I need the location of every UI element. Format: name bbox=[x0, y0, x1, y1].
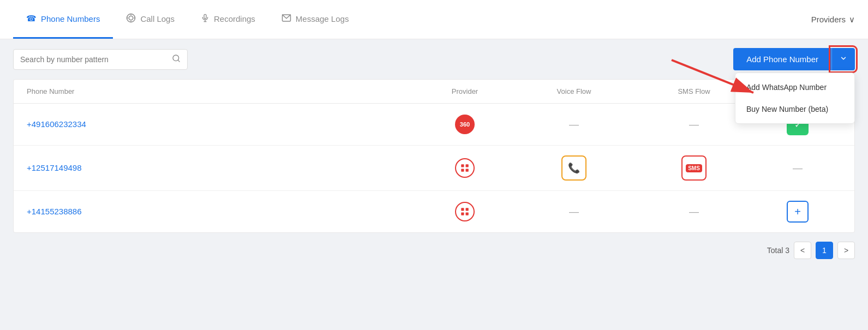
grid-icon bbox=[460, 207, 470, 217]
phone-icon: ☎ bbox=[26, 14, 37, 23]
tab-message-logs[interactable]: Message Logs bbox=[268, 0, 362, 39]
svg-rect-21 bbox=[466, 213, 469, 215]
message-icon bbox=[282, 13, 291, 25]
add-phone-number-button[interactable]: Add Phone Number bbox=[733, 48, 831, 70]
col-provider: Provider bbox=[416, 87, 514, 95]
phone-numbers-table: Phone Number Provider Voice Flow SMS Flo… bbox=[13, 79, 855, 233]
svg-point-3 bbox=[129, 16, 134, 20]
toolbar: Add Phone Number Add WhatsApp Number Buy… bbox=[0, 39, 868, 79]
table-row: +491606232334 360 — — ✓ bbox=[14, 104, 854, 146]
tab-message-logs-label: Message Logs bbox=[296, 14, 349, 23]
page-1-button[interactable]: 1 bbox=[816, 242, 833, 259]
call-logs-icon bbox=[126, 13, 136, 25]
table-header: Phone Number Provider Voice Flow SMS Flo… bbox=[14, 80, 854, 104]
provider-cell bbox=[416, 202, 514, 221]
microphone-icon bbox=[201, 13, 209, 25]
grid-icon bbox=[460, 163, 470, 173]
table-row: +12517149498 📞 SMS — bbox=[14, 146, 854, 191]
add-dropdown-menu: Add WhatsApp Number Buy New Number (beta… bbox=[735, 73, 855, 124]
tab-call-logs[interactable]: Call Logs bbox=[113, 0, 188, 39]
tab-recordings-label: Recordings bbox=[214, 14, 255, 23]
buy-new-number-item[interactable]: Buy New Number (beta) bbox=[735, 98, 854, 120]
tab-recordings[interactable]: Recordings bbox=[188, 0, 268, 39]
phone-link[interactable]: +14155238886 bbox=[27, 207, 82, 216]
chevron-down-icon bbox=[840, 55, 847, 62]
svg-rect-20 bbox=[461, 213, 464, 215]
total-count: Total 3 bbox=[767, 246, 789, 255]
col-phone-number: Phone Number bbox=[27, 87, 416, 95]
tab-phone-numbers[interactable]: ☎ Phone Numbers bbox=[13, 0, 113, 39]
add-whatsapp-item[interactable]: Add WhatsApp Number bbox=[735, 76, 854, 98]
provider-cell bbox=[416, 158, 514, 178]
table-row: +14155238886 — — + bbox=[14, 191, 854, 232]
voice-flow-cell: 📞 bbox=[514, 155, 634, 181]
dash-icon: — bbox=[689, 206, 699, 218]
dash-icon: — bbox=[689, 119, 699, 130]
add-flow-button[interactable]: + bbox=[787, 201, 809, 223]
voice-flow-cell: — bbox=[514, 206, 634, 218]
provider-360-badge: 360 bbox=[455, 115, 475, 134]
nav-bar: ☎ Phone Numbers Call Logs bbox=[0, 0, 868, 39]
tab-phone-numbers-label: Phone Numbers bbox=[41, 14, 100, 23]
dash-icon: — bbox=[569, 119, 579, 130]
action-cell: + bbox=[754, 201, 841, 223]
voice-flow-badge[interactable]: 📞 bbox=[561, 155, 586, 181]
search-input[interactable] bbox=[20, 55, 167, 64]
nav-tabs: ☎ Phone Numbers Call Logs bbox=[13, 0, 362, 39]
svg-rect-8 bbox=[204, 14, 206, 19]
svg-rect-16 bbox=[461, 169, 464, 172]
provider-grid-badge bbox=[455, 202, 475, 221]
provider-grid-badge bbox=[455, 158, 475, 178]
dash-icon: — bbox=[569, 206, 579, 218]
sms-icon: SMS bbox=[686, 164, 702, 172]
phone-number-cell: +14155238886 bbox=[27, 207, 416, 217]
col-voice-flow: Voice Flow bbox=[514, 87, 634, 95]
action-cell: — bbox=[754, 163, 841, 174]
svg-line-13 bbox=[178, 60, 179, 62]
svg-rect-18 bbox=[461, 208, 464, 211]
search-box[interactable] bbox=[13, 49, 188, 70]
svg-rect-15 bbox=[466, 164, 469, 167]
pagination: Total 3 < 1 > bbox=[0, 233, 868, 268]
provider-cell: 360 bbox=[416, 115, 514, 134]
voice-flow-cell: — bbox=[514, 119, 634, 130]
sms-flow-badge[interactable]: SMS bbox=[681, 155, 707, 181]
phone-number-cell: +12517149498 bbox=[27, 163, 416, 173]
add-dropdown-button[interactable] bbox=[831, 48, 855, 70]
add-phone-number-group: Add Phone Number Add WhatsApp Number Buy… bbox=[733, 48, 855, 70]
sms-flow-cell: — bbox=[634, 206, 754, 218]
sms-flow-cell: SMS bbox=[634, 155, 754, 181]
prev-page-button[interactable]: < bbox=[794, 242, 811, 259]
svg-rect-14 bbox=[461, 164, 464, 167]
search-icon bbox=[172, 54, 181, 65]
dash-icon: — bbox=[793, 163, 803, 174]
phone-number-cell: +491606232334 bbox=[27, 119, 416, 129]
providers-menu[interactable]: Providers ∨ bbox=[811, 15, 855, 25]
phone-link[interactable]: +12517149498 bbox=[27, 163, 82, 172]
tab-call-logs-label: Call Logs bbox=[140, 14, 175, 23]
chevron-down-icon: ∨ bbox=[849, 15, 855, 25]
svg-rect-17 bbox=[466, 169, 469, 172]
phone-link[interactable]: +491606232334 bbox=[27, 119, 86, 129]
providers-label: Providers bbox=[811, 15, 846, 24]
next-page-button[interactable]: > bbox=[837, 242, 855, 259]
phone-call-icon: 📞 bbox=[568, 162, 580, 174]
svg-rect-19 bbox=[466, 208, 469, 211]
